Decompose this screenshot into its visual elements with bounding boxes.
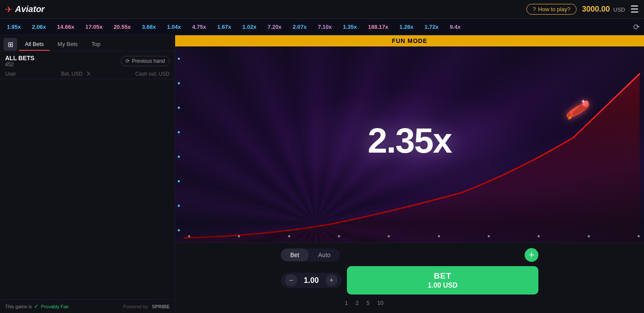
y-axis xyxy=(178,46,180,242)
col-bet: Bet, USD X xyxy=(61,71,90,77)
bets-title: ALL BETS xyxy=(5,55,34,61)
x-dot xyxy=(538,235,540,237)
scroll-right-button[interactable]: ⟳ xyxy=(633,22,640,32)
mult-12[interactable]: 2.07x xyxy=(290,23,310,31)
multiplier-bar: 1.95x 2.06x 14.66x 17.05x 20.55x 3.68x 1… xyxy=(0,19,644,35)
quick-amt-10[interactable]: 10 xyxy=(376,299,385,307)
mult-2[interactable]: 2.06x xyxy=(30,23,49,31)
mult-15[interactable]: 188.17x xyxy=(365,23,391,31)
x-axis xyxy=(188,235,640,237)
mult-5[interactable]: 20.55x xyxy=(111,23,134,31)
tab-all-bets[interactable]: All Bets xyxy=(19,38,50,51)
decrease-bet-button[interactable]: − xyxy=(285,274,297,286)
right-panel: FUN MODE xyxy=(175,35,644,313)
y-dot xyxy=(178,180,180,182)
bet-mode-bet[interactable]: Bet xyxy=(281,249,309,261)
mult-8[interactable]: 4.75x xyxy=(189,23,209,31)
increase-bet-button[interactable]: + xyxy=(325,274,337,286)
y-dot xyxy=(178,58,180,60)
provably-fair-section: This game is ✓ Provably Fair xyxy=(5,303,69,310)
x-dot xyxy=(388,235,390,237)
x-dot xyxy=(238,235,240,237)
mult-13[interactable]: 7.10x xyxy=(315,23,334,31)
tabs-bar: ⊞ All Bets My Bets Top xyxy=(0,35,175,51)
mult-6[interactable]: 3.68x xyxy=(139,23,158,31)
x-dot xyxy=(438,235,440,237)
bet-panel-row1: Bet Auto + xyxy=(281,248,538,262)
previous-hand-button[interactable]: ⟳ Previous hand xyxy=(121,56,170,66)
check-icon: ✓ xyxy=(34,303,39,310)
bets-list xyxy=(0,79,175,299)
mult-3[interactable]: 14.66x xyxy=(55,23,77,31)
refresh-icon: ⟳ xyxy=(125,58,130,64)
bet-label: BET xyxy=(434,271,452,281)
game-area: 2.35x ✕ xyxy=(175,46,644,242)
how-to-play-button[interactable]: ? How to play? xyxy=(526,4,577,15)
bet-amount-display: 1.00 USD xyxy=(428,281,457,289)
mult-17[interactable]: 1.72x xyxy=(422,23,441,31)
left-footer: This game is ✓ Provably Fair Powered by … xyxy=(0,299,175,313)
x-dot xyxy=(188,235,190,237)
bet-panel: Bet Auto + − 1.00 + BET 1.00 USD xyxy=(175,242,644,313)
mult-14[interactable]: 1.35x xyxy=(340,23,360,31)
bet-amount-control: − 1.00 + xyxy=(281,273,342,288)
bets-count: 452 xyxy=(5,61,34,68)
bets-title-area: ALL BETS 452 xyxy=(5,55,34,68)
header-right: ? How to play? 3000.00 USD ☰ xyxy=(526,4,639,15)
fun-mode-banner: FUN MODE xyxy=(175,35,644,46)
mult-4[interactable]: 17.05x xyxy=(83,23,105,31)
tab-icon-button[interactable]: ⊞ xyxy=(3,38,17,51)
main-layout: ⊞ All Bets My Bets Top ALL BETS 452 ⟳ Pr… xyxy=(0,35,644,313)
quick-amt-2[interactable]: 2 xyxy=(354,299,360,307)
x-dot xyxy=(638,235,640,237)
logo-plane-icon: ✈ xyxy=(5,4,12,15)
logo-text: Aviator xyxy=(15,4,45,14)
menu-button[interactable]: ☰ xyxy=(630,4,639,15)
quick-amounts: 1 2 5 10 xyxy=(281,299,538,307)
mult-16[interactable]: 1.26x xyxy=(397,23,416,31)
quick-amt-5[interactable]: 5 xyxy=(365,299,371,307)
bets-header: ALL BETS 452 ⟳ Previous hand xyxy=(0,51,175,69)
mult-1[interactable]: 1.95x xyxy=(4,23,24,31)
place-bet-button[interactable]: BET 1.00 USD xyxy=(347,266,538,295)
y-dot xyxy=(178,107,180,109)
tab-top[interactable]: Top xyxy=(85,38,106,51)
y-dot xyxy=(178,131,180,133)
left-panel: ⊞ All Bets My Bets Top ALL BETS 452 ⟳ Pr… xyxy=(0,35,175,313)
col-user: User xyxy=(5,71,16,77)
y-dot xyxy=(178,229,180,231)
add-bet-button[interactable]: + xyxy=(525,248,538,262)
x-dot xyxy=(288,235,290,237)
logo: ✈ Aviator xyxy=(5,4,45,15)
bet-panel-row2: − 1.00 + BET 1.00 USD xyxy=(281,266,538,295)
bets-table-header: User Bet, USD X Cash out, USD xyxy=(0,69,175,79)
header: ✈ Aviator ? How to play? 3000.00 USD ☰ xyxy=(0,0,644,19)
col-cashout: Cash out, USD xyxy=(135,71,170,77)
x-dot xyxy=(338,235,340,237)
mult-7[interactable]: 1.04x xyxy=(164,23,184,31)
mult-11[interactable]: 7.20x xyxy=(265,23,284,31)
question-icon: ? xyxy=(533,6,536,12)
bet-mode-tabs: Bet Auto xyxy=(281,249,340,261)
bet-amount-value: 1.00 xyxy=(301,276,322,285)
bet-mode-auto[interactable]: Auto xyxy=(309,249,340,261)
mult-10[interactable]: 1.02x xyxy=(240,23,259,31)
y-dot xyxy=(178,156,180,158)
powered-by: Powered by SPRIBE xyxy=(123,304,170,309)
mult-18[interactable]: 9.4x xyxy=(447,23,463,31)
y-dot xyxy=(178,82,180,84)
x-dot xyxy=(588,235,590,237)
current-multiplier: 2.35x xyxy=(368,120,451,161)
mult-9[interactable]: 1.67x xyxy=(215,23,234,31)
tab-my-bets[interactable]: My Bets xyxy=(52,38,84,51)
x-dot xyxy=(488,235,490,237)
balance-display: 3000.00 USD xyxy=(582,5,625,14)
quick-amt-1[interactable]: 1 xyxy=(343,299,349,307)
y-dot xyxy=(178,205,180,207)
